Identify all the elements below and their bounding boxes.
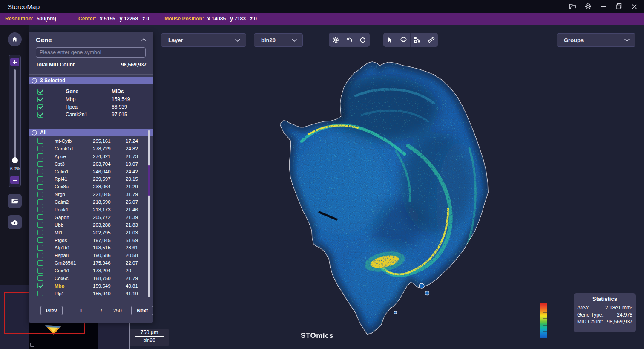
home-icon [11, 36, 18, 43]
gene-checkbox[interactable] [37, 138, 43, 144]
gene-checkbox[interactable] [37, 104, 43, 110]
cursor-tool-button[interactable] [383, 33, 397, 47]
gene-checkbox[interactable] [37, 230, 43, 235]
gene-list-row[interactable]: Calm1 246,040 24.42 [29, 168, 153, 176]
undo-tool-button[interactable] [342, 33, 356, 47]
settings-icon[interactable] [584, 2, 593, 11]
redo-tool-button[interactable] [356, 33, 370, 47]
gene-checkbox[interactable] [37, 283, 43, 288]
gene-list-row[interactable]: Gm26561 175,946 22.07 [29, 259, 153, 267]
gene-checkbox[interactable] [37, 153, 43, 159]
gene-checkbox[interactable] [37, 275, 43, 281]
gene-mids: 159,549 [112, 96, 153, 102]
gene-checkbox[interactable] [37, 268, 43, 274]
cloud-download-icon [11, 219, 19, 225]
selected-gene-row[interactable]: Camk2n1 97,015 [29, 111, 153, 118]
open-folder-button[interactable] [8, 194, 22, 208]
gene-list-scrollbar[interactable] [148, 130, 150, 297]
gene-list-row[interactable]: Cox6c 168,750 21.79 [29, 274, 153, 282]
statistics-row: Gene Type: 24,978 [577, 312, 632, 319]
expression-noise-yellow [256, 43, 503, 341]
gene-checkbox[interactable] [37, 112, 43, 118]
gene-list-row[interactable]: Mbp 159,549 40.81 [29, 282, 153, 290]
gene-list-row[interactable]: Mt1 202,795 21.03 [29, 229, 153, 237]
gene-checkbox[interactable] [37, 245, 43, 251]
prev-page-button[interactable]: Prev [40, 306, 63, 315]
bin-dropdown[interactable]: bin20 [254, 33, 303, 47]
gene-search-input[interactable] [36, 47, 146, 58]
gene-checkbox[interactable] [37, 291, 43, 296]
gene-checkbox[interactable] [37, 161, 43, 167]
gene-list-row[interactable]: Atp1b1 193,515 23.61 [29, 244, 153, 251]
gene-checkbox[interactable] [37, 214, 43, 220]
stat-label: Gene Type: [577, 312, 604, 319]
open-file-icon[interactable] [568, 2, 578, 11]
collapse-circle-icon[interactable] [32, 130, 37, 136]
gene-name: mt-Cytb [55, 138, 93, 144]
minimize-icon[interactable] [599, 2, 608, 11]
gene-list-row[interactable]: Ptgds 197,045 51.69 [29, 237, 153, 244]
gene-list-row[interactable]: Plp1 155,940 41.19 [29, 290, 153, 297]
lasso-icon [400, 36, 408, 43]
next-page-button[interactable]: Next [131, 306, 153, 315]
zoom-slider-track[interactable] [14, 69, 16, 162]
selected-section-header[interactable]: 3 Selected [29, 77, 153, 84]
zoom-in-button[interactable] [10, 58, 19, 66]
lasso-tool-button[interactable] [397, 33, 411, 47]
gene-list-row[interactable]: Rpl41 239,597 20.15 [29, 175, 153, 183]
gene-checkbox[interactable] [37, 253, 43, 258]
gene-list-row[interactable]: Hspa8 190,586 20.58 [29, 251, 153, 259]
gene-list-row[interactable]: Apoe 274,321 21.73 [29, 153, 153, 160]
selected-gene-row[interactable]: Mbp 159,549 [29, 95, 153, 103]
gene-list-row[interactable]: Calm2 218,590 26.07 [29, 198, 153, 206]
zoom-slider-thumb[interactable] [12, 157, 18, 163]
gene-list-scrollbar-thumb[interactable] [148, 165, 150, 196]
selected-gene-row[interactable]: Hpca 66,939 [29, 103, 153, 111]
total-mid-value: 98,569,937 [121, 62, 147, 68]
gene-list-row[interactable]: Peak1 213,173 21.46 [29, 206, 153, 213]
current-page[interactable]: 1 [73, 308, 90, 314]
gene-list-row[interactable]: Ubb 203,288 21.83 [29, 221, 153, 229]
gene-checkbox[interactable] [37, 97, 43, 102]
gene-checkbox[interactable] [37, 146, 43, 151]
mouse-x: x 14085 [207, 16, 226, 22]
statistics-row: MID Count: 98,569,937 [577, 318, 632, 326]
gene-list-row[interactable]: Gapdh 205,772 21.39 [29, 213, 153, 221]
gene-checkbox[interactable] [37, 192, 43, 197]
bin-merge-tool-button[interactable] [411, 33, 424, 47]
layer-dropdown[interactable]: Layer [161, 33, 246, 47]
groups-dropdown[interactable]: Groups [557, 33, 635, 47]
gene-checkbox[interactable] [37, 207, 43, 212]
zoom-out-button[interactable] [10, 176, 19, 184]
select-all-checkbox[interactable] [37, 89, 43, 95]
gene-list-row[interactable]: Camk1d 278,729 24.82 [29, 145, 153, 153]
gene-checkbox[interactable] [37, 169, 43, 174]
restore-icon[interactable] [614, 2, 624, 11]
total-mid-label: Total MID Count [36, 62, 75, 68]
gene-mids: 203,288 [93, 222, 126, 228]
gene-mids: 97,015 [112, 112, 153, 118]
all-section-header[interactable]: All [29, 129, 153, 136]
cloud-export-button[interactable] [8, 215, 22, 229]
gene-checkbox[interactable] [37, 184, 43, 190]
gene-checkbox[interactable] [37, 222, 43, 228]
gene-name: Calm1 [55, 169, 93, 174]
tissue-visualization[interactable] [256, 43, 503, 341]
gene-list-row[interactable]: Cox4i1 173,204 20 [29, 267, 153, 274]
chevron-down-icon [291, 38, 297, 42]
gene-list-row[interactable]: Cst3 263,704 19.07 [29, 160, 153, 168]
gene-checkbox[interactable] [37, 237, 43, 243]
gene-checkbox[interactable] [37, 176, 43, 182]
stomics-watermark: STOmics [301, 332, 334, 340]
gene-checkbox[interactable] [37, 260, 43, 266]
gene-checkbox[interactable] [37, 199, 43, 205]
collapse-circle-icon[interactable] [32, 78, 37, 84]
settings-tool-button[interactable] [329, 33, 342, 47]
ruler-tool-button[interactable] [424, 33, 438, 47]
home-button[interactable] [8, 32, 22, 46]
gene-list-row[interactable]: mt-Cytb 295,161 17.24 [29, 137, 153, 145]
gene-list-row[interactable]: Nrgn 221,045 31.79 [29, 190, 153, 198]
gene-list-row[interactable]: Cox8a 238,064 21.29 [29, 183, 153, 190]
chevron-up-icon[interactable] [141, 38, 147, 41]
close-icon[interactable] [630, 2, 639, 11]
